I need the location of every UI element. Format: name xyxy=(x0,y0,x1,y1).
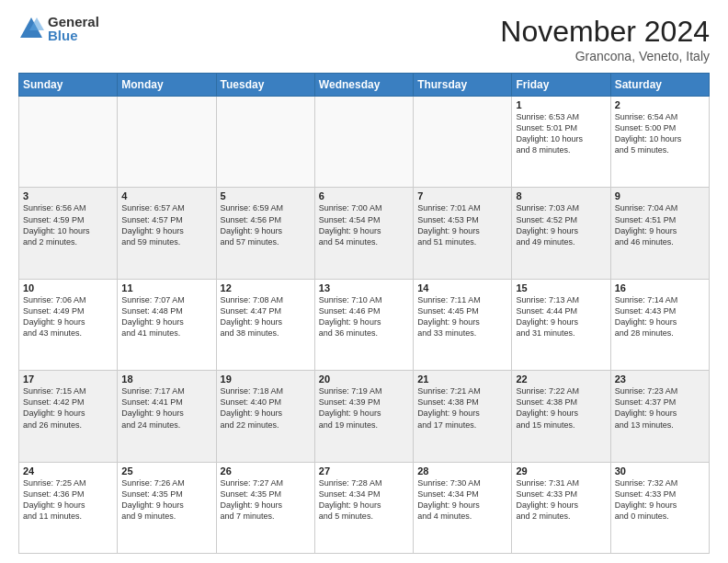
calendar-cell: 13Sunrise: 7:10 AM Sunset: 4:46 PM Dayli… xyxy=(314,279,413,370)
calendar-cell: 11Sunrise: 7:07 AM Sunset: 4:48 PM Dayli… xyxy=(118,279,216,370)
header: General Blue November 2024 Grancona, Ven… xyxy=(18,15,710,63)
day-info: Sunrise: 7:31 AM Sunset: 4:33 PM Dayligh… xyxy=(516,477,606,523)
logo-text: General Blue xyxy=(48,15,99,42)
day-number: 24 xyxy=(23,465,113,477)
day-info: Sunrise: 7:32 AM Sunset: 4:33 PM Dayligh… xyxy=(615,477,705,523)
calendar-cell: 4Sunrise: 6:57 AM Sunset: 4:57 PM Daylig… xyxy=(118,188,216,279)
day-info: Sunrise: 6:57 AM Sunset: 4:57 PM Dayligh… xyxy=(121,202,211,247)
calendar-header-saturday: Saturday xyxy=(610,74,709,97)
calendar-week-3: 17Sunrise: 7:15 AM Sunset: 4:42 PM Dayli… xyxy=(19,371,710,462)
logo-general: General xyxy=(48,15,99,29)
calendar-cell: 2Sunrise: 6:54 AM Sunset: 5:00 PM Daylig… xyxy=(610,97,709,188)
calendar-header-friday: Friday xyxy=(512,74,610,97)
month-title: November 2024 xyxy=(500,15,710,49)
day-number: 28 xyxy=(417,465,507,477)
calendar-cell: 14Sunrise: 7:11 AM Sunset: 4:45 PM Dayli… xyxy=(414,279,512,370)
day-info: Sunrise: 7:03 AM Sunset: 4:52 PM Dayligh… xyxy=(516,202,606,247)
logo-blue: Blue xyxy=(48,29,99,42)
day-number: 23 xyxy=(615,373,705,385)
calendar-cell: 3Sunrise: 6:56 AM Sunset: 4:59 PM Daylig… xyxy=(19,188,118,279)
day-number: 22 xyxy=(516,373,606,385)
calendar-header-sunday: Sunday xyxy=(19,74,118,97)
calendar-cell: 26Sunrise: 7:27 AM Sunset: 4:35 PM Dayli… xyxy=(216,462,314,553)
calendar-cell: 28Sunrise: 7:30 AM Sunset: 4:34 PM Dayli… xyxy=(414,462,512,553)
calendar-header-tuesday: Tuesday xyxy=(216,74,314,97)
calendar-cell: 20Sunrise: 7:19 AM Sunset: 4:39 PM Dayli… xyxy=(314,371,413,462)
calendar-cell: 18Sunrise: 7:17 AM Sunset: 4:41 PM Dayli… xyxy=(118,371,216,462)
day-number: 27 xyxy=(319,465,409,477)
title-block: November 2024 Grancona, Veneto, Italy xyxy=(500,15,710,63)
calendar-cell xyxy=(414,97,512,188)
day-number: 3 xyxy=(23,190,113,201)
day-info: Sunrise: 7:30 AM Sunset: 4:34 PM Dayligh… xyxy=(417,477,507,523)
calendar-cell: 25Sunrise: 7:26 AM Sunset: 4:35 PM Dayli… xyxy=(118,462,216,553)
calendar-cell: 19Sunrise: 7:18 AM Sunset: 4:40 PM Dayli… xyxy=(216,371,314,462)
day-number: 21 xyxy=(417,373,507,385)
calendar-header-row: SundayMondayTuesdayWednesdayThursdayFrid… xyxy=(19,74,710,97)
day-number: 9 xyxy=(615,190,705,201)
calendar-cell: 5Sunrise: 6:59 AM Sunset: 4:56 PM Daylig… xyxy=(216,188,314,279)
day-info: Sunrise: 7:26 AM Sunset: 4:35 PM Dayligh… xyxy=(121,477,211,523)
day-number: 12 xyxy=(221,282,311,293)
day-number: 14 xyxy=(417,282,507,293)
day-info: Sunrise: 6:56 AM Sunset: 4:59 PM Dayligh… xyxy=(23,202,113,247)
calendar-cell: 7Sunrise: 7:01 AM Sunset: 4:53 PM Daylig… xyxy=(414,188,512,279)
calendar-cell: 16Sunrise: 7:14 AM Sunset: 4:43 PM Dayli… xyxy=(610,279,709,370)
page: General Blue November 2024 Grancona, Ven… xyxy=(0,0,728,563)
calendar-cell: 10Sunrise: 7:06 AM Sunset: 4:49 PM Dayli… xyxy=(19,279,118,370)
calendar-cell: 12Sunrise: 7:08 AM Sunset: 4:47 PM Dayli… xyxy=(216,279,314,370)
day-info: Sunrise: 7:27 AM Sunset: 4:35 PM Dayligh… xyxy=(221,477,311,523)
calendar-cell: 8Sunrise: 7:03 AM Sunset: 4:52 PM Daylig… xyxy=(512,188,610,279)
day-info: Sunrise: 7:14 AM Sunset: 4:43 PM Dayligh… xyxy=(615,294,705,339)
logo-icon xyxy=(18,16,44,41)
calendar-cell xyxy=(19,97,118,188)
day-number: 1 xyxy=(516,99,606,110)
calendar-week-0: 1Sunrise: 6:53 AM Sunset: 5:01 PM Daylig… xyxy=(19,97,710,188)
day-number: 26 xyxy=(221,465,311,477)
calendar-cell: 29Sunrise: 7:31 AM Sunset: 4:33 PM Dayli… xyxy=(512,462,610,553)
calendar-cell: 30Sunrise: 7:32 AM Sunset: 4:33 PM Dayli… xyxy=(610,462,709,553)
day-info: Sunrise: 7:23 AM Sunset: 4:37 PM Dayligh… xyxy=(615,385,705,431)
calendar-header-monday: Monday xyxy=(118,74,216,97)
day-number: 29 xyxy=(516,465,606,477)
day-number: 4 xyxy=(121,190,211,201)
day-info: Sunrise: 6:53 AM Sunset: 5:01 PM Dayligh… xyxy=(516,111,606,156)
day-info: Sunrise: 7:11 AM Sunset: 4:45 PM Dayligh… xyxy=(417,294,507,339)
day-number: 18 xyxy=(121,373,211,385)
day-number: 19 xyxy=(221,373,311,385)
day-info: Sunrise: 7:17 AM Sunset: 4:41 PM Dayligh… xyxy=(121,385,211,431)
calendar-week-1: 3Sunrise: 6:56 AM Sunset: 4:59 PM Daylig… xyxy=(19,188,710,279)
day-info: Sunrise: 7:22 AM Sunset: 4:38 PM Dayligh… xyxy=(516,385,606,431)
calendar-table: SundayMondayTuesdayWednesdayThursdayFrid… xyxy=(18,73,710,554)
calendar-cell xyxy=(314,97,413,188)
calendar-cell: 23Sunrise: 7:23 AM Sunset: 4:37 PM Dayli… xyxy=(610,371,709,462)
day-number: 30 xyxy=(615,465,705,477)
calendar-cell: 15Sunrise: 7:13 AM Sunset: 4:44 PM Dayli… xyxy=(512,279,610,370)
day-info: Sunrise: 7:18 AM Sunset: 4:40 PM Dayligh… xyxy=(221,385,311,431)
calendar-cell: 6Sunrise: 7:00 AM Sunset: 4:54 PM Daylig… xyxy=(314,188,413,279)
logo: General Blue xyxy=(18,15,99,42)
calendar-week-4: 24Sunrise: 7:25 AM Sunset: 4:36 PM Dayli… xyxy=(19,462,710,553)
calendar-header-wednesday: Wednesday xyxy=(314,74,413,97)
calendar-cell: 9Sunrise: 7:04 AM Sunset: 4:51 PM Daylig… xyxy=(610,188,709,279)
calendar-cell: 1Sunrise: 6:53 AM Sunset: 5:01 PM Daylig… xyxy=(512,97,610,188)
calendar-cell xyxy=(216,97,314,188)
calendar-cell: 22Sunrise: 7:22 AM Sunset: 4:38 PM Dayli… xyxy=(512,371,610,462)
day-number: 10 xyxy=(23,282,113,293)
calendar-cell: 24Sunrise: 7:25 AM Sunset: 4:36 PM Dayli… xyxy=(19,462,118,553)
day-info: Sunrise: 7:01 AM Sunset: 4:53 PM Dayligh… xyxy=(417,202,507,247)
day-number: 20 xyxy=(319,373,409,385)
day-number: 25 xyxy=(121,465,211,477)
day-number: 6 xyxy=(319,190,409,201)
day-info: Sunrise: 6:54 AM Sunset: 5:00 PM Dayligh… xyxy=(615,111,705,156)
day-number: 2 xyxy=(615,99,705,110)
day-info: Sunrise: 7:00 AM Sunset: 4:54 PM Dayligh… xyxy=(319,202,409,247)
day-number: 13 xyxy=(319,282,409,293)
day-number: 8 xyxy=(516,190,606,201)
day-info: Sunrise: 7:07 AM Sunset: 4:48 PM Dayligh… xyxy=(121,294,211,339)
day-info: Sunrise: 7:08 AM Sunset: 4:47 PM Dayligh… xyxy=(221,294,311,339)
day-number: 15 xyxy=(516,282,606,293)
day-info: Sunrise: 6:59 AM Sunset: 4:56 PM Dayligh… xyxy=(221,202,311,247)
day-number: 16 xyxy=(615,282,705,293)
calendar-week-2: 10Sunrise: 7:06 AM Sunset: 4:49 PM Dayli… xyxy=(19,279,710,370)
